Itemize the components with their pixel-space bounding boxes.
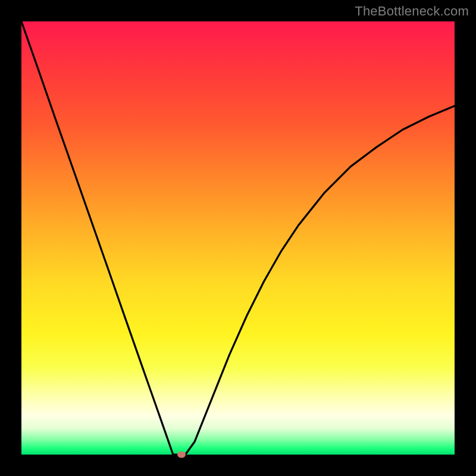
- chart-frame: TheBottleneck.com: [0, 0, 476, 476]
- bottleneck-curve: [21, 21, 455, 455]
- plot-area: [21, 21, 455, 455]
- watermark-text: TheBottleneck.com: [355, 4, 469, 19]
- optimal-point-marker: [177, 452, 186, 458]
